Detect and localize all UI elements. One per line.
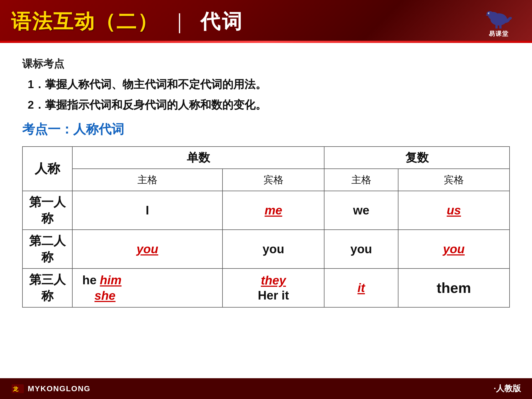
svg-text:龙: 龙 [12,386,19,392]
her-it-value: Her it [258,288,289,302]
objective-2: 2．掌握指示代词和反身代词的人称和数的变化。 [28,97,510,112]
cell-person-header: 人称 [22,147,72,191]
section-heading: 考点一：人称代词 [22,121,510,138]
first-plur-acc-inner: us [400,203,508,217]
footer-brand: MYKONGLONG [28,384,91,393]
cell-third-plur-nom: it [324,268,398,307]
footer-dino-icon: 龙 [11,382,24,395]
second-sing-nom-inner: you [74,242,221,256]
he-value: he [82,273,96,287]
it-value: it [357,281,365,295]
cell-second-plur-acc: you [398,230,510,268]
footer: 龙 MYKONGLONG ·人教版 [0,378,532,399]
table-row-third-person: 第三人称 he him she they H [22,268,510,307]
first-plur-nom-value: we [353,203,369,217]
first-sing-acc-value: me [265,203,282,217]
table-row-second-person: 第二人称 you you you you [22,230,510,268]
second-sing-acc-value: you [263,242,284,256]
section-label: 课标考点 [22,57,510,71]
footer-edition: ·人教版 [494,383,521,394]
she-value: she [94,289,116,303]
cell-sing-nom-header: 主格 [72,169,222,191]
he-she-cell: he him she [74,273,221,303]
second-sing-nom-value: you [137,242,158,256]
second-plur-acc-inner: you [400,242,508,256]
cell-singular-header: 单数 [72,147,324,169]
svg-point-6 [489,13,490,14]
them-value: them [437,280,471,296]
first-sing-acc-inner: me [224,203,323,217]
cell-second-sing-acc: you [222,230,324,268]
header-subtitle: 代词 [200,8,244,35]
svg-rect-8 [499,24,502,29]
second-plur-acc-value: you [443,242,465,256]
cell-plur-acc-header: 宾格 [398,169,510,191]
svg-rect-7 [495,24,498,29]
they-value: they [261,273,286,287]
cell-first-plur-acc: us [398,191,510,230]
cell-first-sing-nom: I [72,191,222,230]
header-main-title: 语法互动（二） [11,8,158,35]
cell-second-sing-nom: you [72,230,222,268]
table-header-row-2: 主格 宾格 主格 宾格 [22,169,510,191]
cell-second-plur-nom: you [324,230,398,268]
cell-third-sing-nom: he him she [72,268,222,307]
main-content: 课标考点 1．掌握人称代词、物主代词和不定代词的用法。 2．掌握指示代词和反身代… [0,43,532,308]
table-header-row-1: 人称 单数 复数 [22,147,510,169]
cell-third-plur-acc: them [398,268,510,307]
cell-plural-header: 复数 [324,147,510,169]
he-him-row: he him [82,273,122,287]
cell-first-person-label: 第一人称 [22,191,72,230]
table-row-first-person: 第一人称 I me we us [22,191,510,230]
footer-logo-left: 龙 MYKONGLONG [11,382,91,395]
svg-rect-4 [486,15,488,16]
cell-second-person-label: 第二人称 [22,230,72,268]
header: 语法互动（二） ｜ 代词 易课堂 [0,0,532,43]
him-value: him [100,273,121,287]
it-cell: it [326,281,396,295]
dinosaur-icon [482,4,515,29]
first-sing-nom-value: I [146,203,149,217]
logo-text: 易课堂 [489,30,509,38]
pronoun-table: 人称 单数 复数 主格 宾格 主格 宾格 第一人称 I me [22,146,510,308]
cell-third-sing-acc: they Her it [222,268,324,307]
second-plur-nom-value: you [350,242,372,256]
she-row: she [82,289,116,303]
objective-1: 1．掌握人称代词、物主代词和不定代词的用法。 [28,76,510,92]
cell-first-plur-nom: we [324,191,398,230]
objectives-list: 1．掌握人称代词、物主代词和不定代词的用法。 2．掌握指示代词和反身代词的人称和… [22,76,510,112]
header-logo: 易课堂 [482,4,515,38]
cell-first-sing-acc: me [222,191,324,230]
header-divider: ｜ [170,8,189,35]
first-plur-acc-value: us [447,203,461,217]
cell-sing-acc-header: 宾格 [222,169,324,191]
header-title-group: 语法互动（二） ｜ 代词 [11,8,244,35]
they-her-it-cell: they Her it [224,273,323,302]
cell-third-person-label: 第三人称 [22,268,72,307]
cell-plur-nom-header: 主格 [324,169,398,191]
